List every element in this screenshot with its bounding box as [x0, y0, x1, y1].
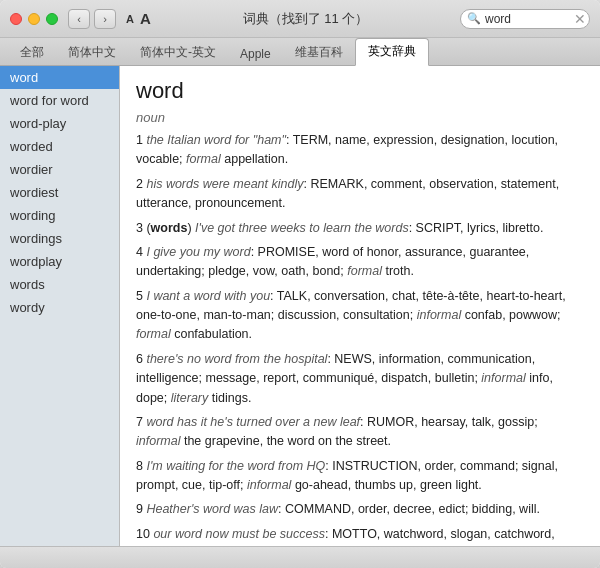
def-text-9: : COMMAND, order, decree, edict; bidding…	[278, 502, 540, 516]
search-icon: 🔍	[467, 12, 481, 25]
headword: word	[136, 78, 584, 104]
def-example-8: I'm waiting for the word from HQ	[146, 459, 325, 473]
back-button[interactable]: ‹	[68, 9, 90, 29]
forward-button[interactable]: ›	[94, 9, 116, 29]
def-example-4: I give you my word	[146, 245, 250, 259]
tab-simplified-en[interactable]: 简体中文-英文	[128, 40, 228, 65]
def-num-6: 6	[136, 352, 146, 366]
search-clear-button[interactable]: ✕	[574, 12, 586, 26]
def-9: 9 Heather's word was law: COMMAND, order…	[136, 500, 584, 519]
titlebar: ‹ › A A 词典（找到了 11 个） 🔍 ✕	[0, 0, 600, 38]
tab-wiki[interactable]: 维基百科	[283, 40, 355, 65]
def-4: 4 I give you my word: PROMISE, word of h…	[136, 243, 584, 282]
nav-buttons: ‹ ›	[68, 9, 116, 29]
tab-en-dict[interactable]: 英文辞典	[355, 38, 429, 66]
def-example-7: word has it he's turned over a new leaf	[146, 415, 360, 429]
def-8: 8 I'm waiting for the word from HQ: INST…	[136, 457, 584, 496]
def-text-3: : SCRIPT, lyrics, libretto.	[409, 221, 544, 235]
sidebar-item-wording[interactable]: wording	[0, 204, 119, 227]
sidebar-item-wordier[interactable]: wordier	[0, 158, 119, 181]
window-title: 词典（找到了 11 个）	[151, 10, 460, 28]
def-num-10: 10	[136, 527, 153, 541]
def-example-2: his words were meant kindly	[146, 177, 303, 191]
def-num-7: 7	[136, 415, 146, 429]
sidebar-item-word-for-word[interactable]: word for word	[0, 89, 119, 112]
tab-apple[interactable]: Apple	[228, 43, 283, 65]
def-6: 6 there's no word from the hospital: NEW…	[136, 350, 584, 408]
sidebar-item-word[interactable]: word	[0, 66, 119, 89]
traffic-lights	[10, 13, 58, 25]
def-3: 3 (words) I've got three weeks to learn …	[136, 219, 584, 238]
def-example-10: our word now must be success	[153, 527, 325, 541]
def-num-3: 3 (words)	[136, 221, 195, 235]
maximize-button[interactable]	[46, 13, 58, 25]
definitions-noun: 1 the Italian word for "ham": TERM, name…	[136, 131, 584, 546]
sidebar: word word for word word-play worded word…	[0, 66, 120, 546]
def-num-4: 4	[136, 245, 146, 259]
def-num-9: 9	[136, 502, 146, 516]
def-7: 7 word has it he's turned over a new lea…	[136, 413, 584, 452]
font-size-controls: A A	[126, 10, 151, 27]
sidebar-item-word-play[interactable]: word-play	[0, 112, 119, 135]
def-example-5: I want a word with you	[146, 289, 270, 303]
font-small-button[interactable]: A	[126, 10, 134, 27]
def-5: 5 I want a word with you: TALK, conversa…	[136, 287, 584, 345]
content-area: word noun 1 the Italian word for "ham": …	[120, 66, 600, 546]
sidebar-item-worded[interactable]: worded	[0, 135, 119, 158]
app-window: ‹ › A A 词典（找到了 11 个） 🔍 ✕ 全部 简体中文 简体中文-英文…	[0, 0, 600, 568]
font-large-button[interactable]: A	[140, 10, 151, 27]
sidebar-item-wordiest[interactable]: wordiest	[0, 181, 119, 204]
sidebar-item-wordings[interactable]: wordings	[0, 227, 119, 250]
tab-all[interactable]: 全部	[8, 40, 56, 65]
def-example-6: there's no word from the hospital	[146, 352, 327, 366]
statusbar	[0, 546, 600, 568]
def-2: 2 his words were meant kindly: REMARK, c…	[136, 175, 584, 214]
def-num-8: 8	[136, 459, 146, 473]
def-num-2: 2	[136, 177, 146, 191]
pos-noun: noun	[136, 110, 584, 125]
minimize-button[interactable]	[28, 13, 40, 25]
search-box: 🔍 ✕	[460, 9, 590, 29]
def-10: 10 our word now must be success: MOTTO, …	[136, 525, 584, 546]
search-input[interactable]	[485, 12, 570, 26]
sidebar-item-words[interactable]: words	[0, 273, 119, 296]
def-num-1: 1	[136, 133, 146, 147]
tabbar: 全部 简体中文 简体中文-英文 Apple 维基百科 英文辞典	[0, 38, 600, 66]
close-button[interactable]	[10, 13, 22, 25]
tab-simplified[interactable]: 简体中文	[56, 40, 128, 65]
main-area: word word for word word-play worded word…	[0, 66, 600, 546]
sidebar-item-wordplay[interactable]: wordplay	[0, 250, 119, 273]
def-1: 1 the Italian word for "ham": TERM, name…	[136, 131, 584, 170]
def-example-9: Heather's word was law	[146, 502, 278, 516]
sidebar-item-wordy[interactable]: wordy	[0, 296, 119, 319]
def-num-5: 5	[136, 289, 146, 303]
def-example-1: the Italian word for "ham"	[146, 133, 286, 147]
def-example-3: I've got three weeks to learn the words	[195, 221, 409, 235]
